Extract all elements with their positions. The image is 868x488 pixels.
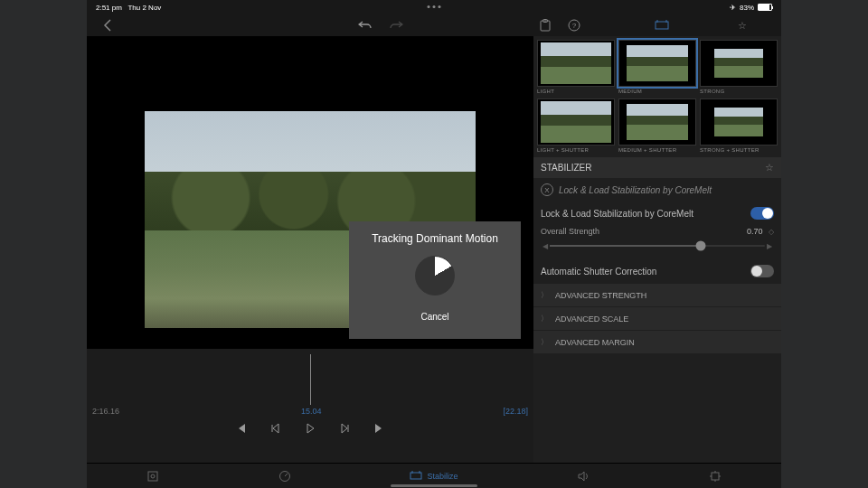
airplane-mode-icon: ✈: [730, 4, 736, 12]
step-forward-button[interactable]: [339, 423, 350, 434]
timecode-current: 15.04: [301, 407, 322, 416]
shutter-correction-row: Automatic Shutter Correction: [533, 259, 781, 283]
svg-text:?: ?: [572, 22, 577, 30]
plugin-enable-row: Lock & Load Stabilization by CoreMelt: [533, 202, 781, 225]
letterbox-right: [781, 0, 868, 488]
overall-strength-row: Overall Strength 0.70 ◇ ◀ ▶: [533, 225, 781, 259]
chevron-right-icon: 〉: [541, 290, 548, 300]
preset-medium-shutter[interactable]: MEDIUM + SHUTTER: [618, 99, 696, 155]
slider-inc-icon[interactable]: ▶: [765, 242, 774, 250]
transport-controls: [87, 423, 533, 434]
undo-button[interactable]: [358, 20, 373, 31]
preset-label: MEDIUM: [618, 87, 696, 97]
app-window: 2:51 pm Thu 2 Nov ✈ 83%: [87, 0, 781, 488]
preset-grid: LIGHT MEDIUM STRONG LIGHT + SHUTTER MEDI…: [533, 36, 781, 157]
inspector-pane: LIGHT MEDIUM STRONG LIGHT + SHUTTER MEDI…: [533, 36, 781, 463]
preset-light[interactable]: LIGHT: [537, 40, 615, 97]
preset-label: STRONG + SHUTTER: [700, 145, 778, 155]
tab-transform[interactable]: [709, 470, 722, 483]
multitask-dots-icon[interactable]: [428, 5, 441, 8]
advanced-scale-row[interactable]: 〉 ADVANCED SCALE: [533, 307, 781, 330]
top-toolbar: ? ☆: [87, 14, 781, 36]
preset-label: MEDIUM + SHUTTER: [618, 145, 696, 155]
plugin-credit: Lock & Load Stabilization by CoreMelt: [559, 185, 712, 195]
play-button[interactable]: [305, 423, 316, 434]
timecode-left: 2:16.16: [92, 407, 119, 416]
tab-stabilize-label: Stabilize: [427, 472, 458, 481]
tab-effects-icon[interactable]: [655, 20, 669, 31]
goto-end-button[interactable]: [373, 423, 384, 434]
slider-dec-icon[interactable]: ◀: [541, 242, 550, 250]
tab-stabilize[interactable]: Stabilize: [410, 471, 458, 481]
tab-speed[interactable]: [278, 470, 291, 483]
timeline[interactable]: 2:16.16 15.04 [22.18]: [87, 349, 533, 463]
status-time: 2:51 pm: [96, 4, 122, 12]
help-icon[interactable]: ?: [568, 19, 580, 32]
preset-light-shutter[interactable]: LIGHT + SHUTTER: [537, 99, 615, 155]
keyframe-icon[interactable]: ◇: [765, 228, 774, 236]
chevron-right-icon: 〉: [541, 314, 548, 324]
svg-rect-12: [410, 473, 421, 479]
preset-strong[interactable]: STRONG: [700, 40, 778, 97]
step-back-button[interactable]: [270, 423, 281, 434]
shutter-toggle[interactable]: [750, 265, 774, 277]
modal-title: Tracking Dominant Motion: [372, 232, 498, 245]
battery-percent: 83%: [740, 4, 754, 12]
strength-value[interactable]: 0.70: [747, 227, 763, 236]
letterbox-left: [0, 0, 87, 488]
cancel-button[interactable]: Cancel: [420, 312, 448, 322]
progress-modal: Tracking Dominant Motion Cancel: [349, 221, 521, 339]
svg-point-10: [151, 474, 155, 478]
plugin-logo-icon: X: [541, 183, 553, 196]
svg-rect-15: [712, 473, 719, 480]
clipboard-icon[interactable]: [539, 19, 552, 32]
svg-rect-9: [148, 472, 157, 481]
home-indicator[interactable]: [391, 484, 477, 487]
shutter-label: Automatic Shutter Correction: [541, 267, 656, 277]
status-date: Thu 2 Nov: [127, 4, 161, 12]
section-title: STABILIZER: [541, 163, 592, 173]
playhead[interactable]: [310, 354, 311, 405]
preview-area: Tracking Dominant Motion Cancel: [87, 36, 533, 349]
svg-rect-4: [656, 22, 668, 29]
preset-medium[interactable]: MEDIUM: [618, 40, 696, 97]
disclosure-label: ADVANCED MARGIN: [555, 338, 635, 347]
disclosure-label: ADVANCED SCALE: [555, 314, 628, 324]
preset-label: LIGHT + SHUTTER: [537, 145, 615, 155]
plugin-credit-row: X Lock & Load Stabilization by CoreMelt: [533, 178, 781, 202]
favorite-section-icon[interactable]: ☆: [765, 162, 774, 174]
plugin-enable-toggle[interactable]: [750, 207, 774, 220]
goto-start-button[interactable]: [236, 423, 247, 434]
preset-strong-shutter[interactable]: STRONG + SHUTTER: [700, 99, 778, 155]
tab-audio[interactable]: [577, 470, 590, 483]
battery-icon: [758, 4, 772, 11]
tab-crop[interactable]: [146, 470, 159, 483]
preset-label: STRONG: [700, 87, 778, 97]
advanced-margin-row[interactable]: 〉 ADVANCED MARGIN: [533, 331, 781, 353]
advanced-strength-row[interactable]: 〉 ADVANCED STRENGTH: [533, 284, 781, 306]
disclosure-label: ADVANCED STRENGTH: [555, 291, 646, 300]
strength-label: Overall Strength: [541, 227, 599, 236]
section-header-stabilizer: STABILIZER ☆: [533, 157, 781, 178]
timecode-duration: [22.18]: [503, 407, 528, 416]
plugin-name-label: Lock & Load Stabilization by CoreMelt: [541, 209, 693, 219]
left-pane: Tracking Dominant Motion Cancel 2:16.16 …: [87, 36, 533, 463]
strength-slider[interactable]: [550, 245, 765, 247]
tab-favorites-icon[interactable]: ☆: [738, 20, 747, 32]
chevron-right-icon: 〉: [541, 337, 548, 347]
status-time-date: 2:51 pm Thu 2 Nov: [96, 4, 161, 12]
redo-button[interactable]: [389, 20, 403, 31]
progress-pie-icon: [415, 256, 455, 296]
back-button[interactable]: [103, 19, 111, 32]
preset-label: LIGHT: [537, 87, 615, 97]
